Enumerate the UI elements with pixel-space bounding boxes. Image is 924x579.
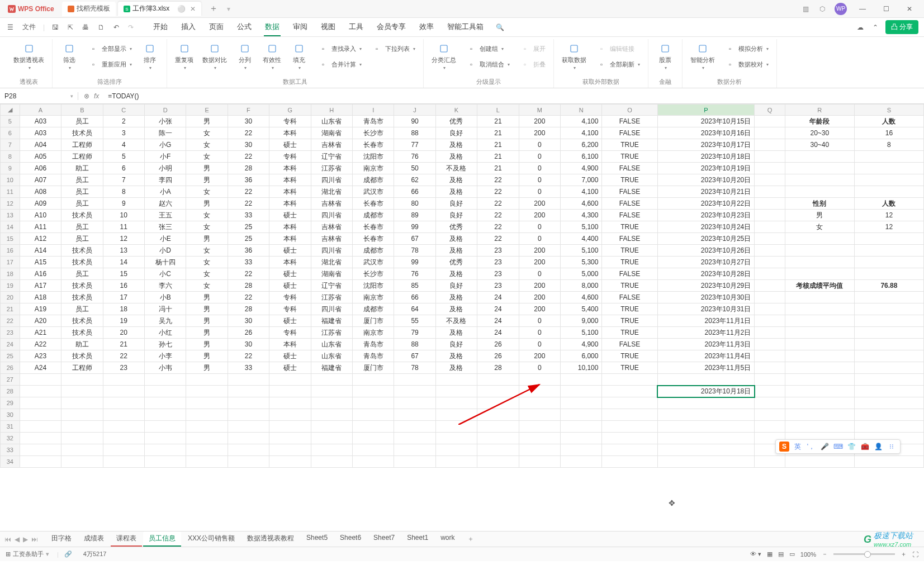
cell[interactable]: 青岛市 — [352, 116, 394, 127]
row-header[interactable]: 18 — [1, 268, 20, 280]
cell[interactable]: 200 — [519, 303, 560, 315]
cell[interactable]: 工程师 — [61, 362, 103, 374]
cell[interactable] — [785, 292, 854, 303]
close-tab-icon[interactable]: ✕ — [190, 5, 196, 13]
cell[interactable]: 孙七 — [144, 339, 186, 350]
cell[interactable]: 90 — [394, 116, 435, 127]
cell[interactable]: 员工 — [61, 303, 103, 315]
ime-lang[interactable]: 英 — [793, 442, 803, 452]
cell[interactable]: 赵六 — [144, 198, 186, 210]
minimize-button[interactable]: — — [855, 5, 870, 13]
cell[interactable]: 5,300 — [561, 257, 602, 268]
cell[interactable]: 2023年10月17日 — [657, 139, 755, 151]
cell[interactable] — [103, 397, 144, 409]
expand-icon[interactable]: ⚪ — [177, 5, 186, 13]
cell[interactable]: 2023年10月29日 — [657, 280, 755, 292]
cell[interactable]: 本科 — [269, 198, 311, 210]
cell[interactable]: 4,100 — [561, 186, 602, 198]
cell[interactable] — [186, 444, 228, 456]
cell[interactable]: 22 — [477, 198, 519, 210]
cell[interactable] — [269, 409, 311, 421]
ribbon-filter[interactable]: 筛选 — [58, 41, 80, 72]
cell[interactable] — [228, 433, 269, 444]
cell[interactable]: TRUE — [602, 245, 657, 257]
cell[interactable] — [854, 268, 923, 280]
cell[interactable]: 15 — [103, 268, 144, 280]
cell[interactable] — [561, 397, 602, 409]
cell[interactable] — [186, 456, 228, 468]
cell[interactable]: 10,100 — [561, 362, 602, 374]
cell[interactable]: 男 — [785, 210, 854, 221]
cell[interactable]: 良好 — [435, 339, 477, 350]
menu-tab-9[interactable]: 效率 — [418, 18, 435, 36]
cell[interactable]: 湖南省 — [311, 268, 352, 280]
cell[interactable] — [61, 444, 103, 456]
cell[interactable]: 小红 — [144, 327, 186, 339]
cell[interactable]: FALSE — [602, 163, 657, 174]
cell[interactable] — [561, 374, 602, 386]
cell[interactable]: 4,900 — [561, 339, 602, 350]
cell[interactable]: 23 — [477, 268, 519, 280]
cell[interactable]: A19 — [20, 303, 61, 315]
cell[interactable] — [186, 421, 228, 433]
cell[interactable] — [394, 456, 435, 468]
cell[interactable] — [352, 386, 394, 397]
cell[interactable] — [144, 409, 186, 421]
cell[interactable] — [854, 163, 923, 174]
cell[interactable]: 女 — [186, 268, 228, 280]
cell[interactable]: 本科 — [269, 127, 311, 139]
cell[interactable]: 硕士 — [269, 268, 311, 280]
menu-tab-4[interactable]: 数据 — [264, 18, 281, 36]
ribbon-data-check[interactable]: ▫数据校对 — [722, 57, 771, 72]
cell[interactable] — [519, 409, 560, 421]
cell[interactable]: 工程师 — [61, 151, 103, 163]
cell[interactable] — [311, 397, 352, 409]
cell[interactable]: 2023年10月18日 — [657, 151, 755, 163]
cell[interactable]: 78 — [394, 362, 435, 374]
zoom-in-button[interactable]: ＋ — [901, 550, 907, 558]
avatar[interactable]: WP — [835, 3, 847, 15]
cell[interactable] — [561, 386, 602, 397]
cell[interactable]: 女 — [186, 210, 228, 221]
ribbon-group[interactable]: ▫创建组 — [463, 41, 512, 56]
cell[interactable] — [755, 292, 785, 303]
cell[interactable] — [755, 456, 785, 468]
cell[interactable]: 21 — [477, 151, 519, 163]
cell[interactable]: 本科 — [269, 257, 311, 268]
cell[interactable]: 26 — [228, 327, 269, 339]
cell[interactable] — [755, 151, 785, 163]
cell[interactable] — [477, 409, 519, 421]
cell[interactable]: 小韦 — [144, 362, 186, 374]
cell[interactable] — [854, 186, 923, 198]
doc-tab[interactable]: S 工作簿3.xlsx ⚪ ✕ — [118, 2, 202, 16]
cell[interactable]: A22 — [20, 339, 61, 350]
cell[interactable]: 0 — [519, 268, 560, 280]
cell[interactable]: 22 — [228, 268, 269, 280]
cell[interactable] — [602, 374, 657, 386]
cell[interactable]: A23 — [20, 350, 61, 362]
cell[interactable]: 200 — [519, 210, 560, 221]
cell[interactable] — [785, 303, 854, 315]
cell[interactable]: 技术员 — [61, 327, 103, 339]
cell[interactable] — [435, 456, 477, 468]
cell[interactable]: 76 — [394, 151, 435, 163]
row-header[interactable]: 9 — [1, 163, 20, 174]
cell[interactable]: 本科 — [269, 221, 311, 233]
cell[interactable]: 张三 — [144, 221, 186, 233]
cell[interactable]: 4,100 — [561, 127, 602, 139]
row-header[interactable]: 29 — [1, 397, 20, 409]
cell[interactable]: 22 — [477, 233, 519, 245]
cell[interactable]: 5,100 — [561, 245, 602, 257]
cell[interactable]: 吉林省 — [311, 221, 352, 233]
cell[interactable] — [785, 362, 854, 374]
cell[interactable]: 女 — [186, 280, 228, 292]
cell[interactable]: 0 — [519, 186, 560, 198]
cell[interactable]: 67 — [394, 350, 435, 362]
new-tab-button[interactable]: ＋ — [203, 3, 224, 15]
cell[interactable]: 23 — [477, 245, 519, 257]
cell[interactable]: A04 — [20, 139, 61, 151]
col-header-K[interactable]: K — [435, 105, 477, 116]
cell[interactable] — [61, 421, 103, 433]
cell[interactable] — [186, 397, 228, 409]
cell[interactable]: 14 — [103, 257, 144, 268]
